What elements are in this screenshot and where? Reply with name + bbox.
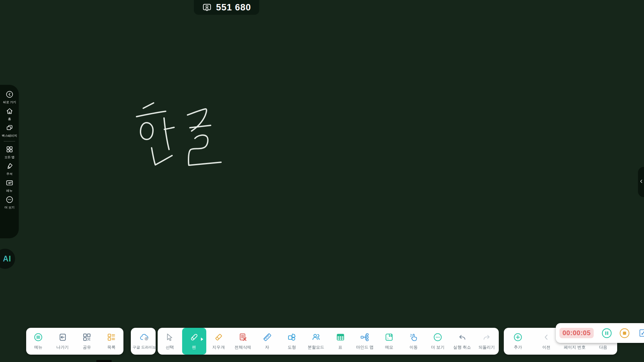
tool-label: 분할모드 <box>308 344 324 350</box>
sidebar-item-label: 더 보기 <box>4 205 14 209</box>
tool-label: 되돌리기 <box>478 344 495 350</box>
sidebar-item-menu-return[interactable]: 메뉴 <box>5 179 14 192</box>
sidebar-item-label: 모든 앱 <box>4 155 14 159</box>
sidebar-item-annotate[interactable]: 주석 <box>5 162 14 176</box>
pause-button[interactable] <box>601 327 612 339</box>
pen-icon <box>189 332 199 342</box>
backstage-icon <box>5 124 14 132</box>
annotate-icon <box>5 162 14 170</box>
tool-label: 나가기 <box>56 344 69 350</box>
sidebar-item-all-apps[interactable]: 모든 앱 <box>4 145 15 159</box>
select-cursor-icon <box>165 332 175 342</box>
sidebar-item-back-circle[interactable]: 뒤로 가기 <box>2 90 17 104</box>
timer-popup: 00:00:05 <box>556 323 644 343</box>
timer-display: 00:00:05 <box>559 328 594 338</box>
back-circle-icon <box>5 90 14 99</box>
more-circle-icon <box>5 195 14 204</box>
tool-label: 목록 <box>107 344 115 350</box>
eraser-icon <box>214 332 224 342</box>
tool-pen[interactable]: 펜 <box>182 328 207 355</box>
tool-label: 표 <box>338 344 342 350</box>
tool-label: 구글 드라이브 <box>132 345 157 350</box>
memo-icon <box>384 332 394 342</box>
pen-options-triangle-icon <box>201 338 203 341</box>
tool-label: 메뉴 <box>34 344 43 350</box>
tool-mindmap[interactable]: 마인드 맵 <box>353 328 377 355</box>
tool-select-cursor[interactable]: 선택 <box>158 328 182 355</box>
sidebar-item-more-circle[interactable]: 더 보기 <box>4 195 15 209</box>
fullscreen-button[interactable] <box>638 328 644 338</box>
tool-label: 다음 <box>599 344 607 350</box>
tool-label: 도형 <box>287 344 296 350</box>
bottom-edge-artifact <box>96 360 112 362</box>
stop-button[interactable] <box>619 327 630 339</box>
google-drive-cloud-icon <box>140 332 150 342</box>
chevron-left-icon <box>638 179 644 185</box>
shapes-icon <box>287 332 297 342</box>
tool-label: 전체삭제 <box>235 344 251 350</box>
table-icon <box>335 332 345 342</box>
sidebar-item-label: 백스테이지 <box>2 134 17 137</box>
menu-circle-icon <box>33 332 43 342</box>
mindmap-icon <box>360 332 370 342</box>
tool-eraser[interactable]: 지우개 <box>206 328 231 355</box>
toolbar-group-tools: 선택펜지우개전체삭제자도형분할모드표마인드 맵메모이동더 보기실행 취소되돌리기 <box>158 328 499 355</box>
tool-label: 마인드 맵 <box>356 344 374 350</box>
tool-more-circle[interactable]: 더 보기 <box>426 328 450 355</box>
session-code-badge[interactable]: 551 680 <box>194 0 259 15</box>
sidebar-divider <box>4 141 15 141</box>
tool-share-qr[interactable]: 공유 <box>75 328 99 355</box>
move-hand-icon <box>409 332 419 342</box>
tool-menu-circle[interactable]: 메뉴 <box>26 328 51 355</box>
tool-label: 추가 <box>514 344 522 350</box>
tool-shapes[interactable]: 도형 <box>279 328 304 355</box>
more-circle-icon <box>433 332 443 342</box>
tool-list[interactable]: 목록 <box>99 328 124 355</box>
tool-redo[interactable]: 되돌리기 <box>474 328 499 355</box>
redo-icon <box>482 332 492 342</box>
undo-icon <box>457 332 467 342</box>
whiteboard-canvas[interactable] <box>0 0 644 362</box>
toolbar-group-drive: 구글 드라이브 <box>131 328 156 355</box>
tool-label: 선택 <box>166 344 174 350</box>
menu-return-icon <box>5 179 14 187</box>
sidebar-item-label: 홈 <box>8 117 11 120</box>
tool-ruler[interactable]: 자 <box>255 328 280 355</box>
split-mode-icon <box>311 332 321 342</box>
tool-google-drive-cloud[interactable]: 구글 드라이브 <box>131 328 158 355</box>
tool-memo[interactable]: 메모 <box>377 328 401 355</box>
tool-undo[interactable]: 실행 취소 <box>450 328 475 355</box>
tool-label: 페이지 번호 <box>564 344 586 350</box>
tool-label: 더 보기 <box>431 344 444 350</box>
tool-table[interactable]: 표 <box>328 328 353 355</box>
fullscreen-icon <box>638 328 644 338</box>
left-sidebar: 뒤로 가기홈백스테이지모든 앱주석메뉴더 보기 <box>0 85 19 238</box>
ai-logo: AI <box>0 254 11 263</box>
toolbar-group-system: 메뉴나가기공유목록 <box>26 328 123 355</box>
tool-label: 지우개 <box>212 344 225 350</box>
right-edge-handle[interactable] <box>638 167 644 197</box>
list-icon <box>106 332 116 342</box>
tool-label: 메모 <box>385 344 393 350</box>
sidebar-item-label: 메뉴 <box>6 189 12 192</box>
pause-icon <box>601 327 612 339</box>
chevron-left-icon <box>541 332 551 342</box>
sidebar-item-label: 주석 <box>6 172 12 175</box>
sidebar-item-backstage[interactable]: 백스테이지 <box>1 124 18 137</box>
screen-share-icon <box>202 2 212 12</box>
share-qr-icon <box>82 332 92 342</box>
sidebar-item-label: 뒤로 가기 <box>3 100 16 104</box>
tool-clear-all[interactable]: 전체삭제 <box>231 328 255 355</box>
exit-icon <box>58 332 68 342</box>
stop-icon <box>619 327 630 339</box>
sidebar-item-home[interactable]: 홈 <box>5 107 14 121</box>
tool-exit[interactable]: 나가기 <box>51 328 75 355</box>
tool-label: 이동 <box>409 344 418 350</box>
tool-move-hand[interactable]: 이동 <box>401 328 426 355</box>
session-code: 551 680 <box>216 2 251 13</box>
tool-add-circle[interactable]: 추가 <box>504 328 532 355</box>
tool-label: 펜 <box>192 344 196 350</box>
tool-split-mode[interactable]: 분할모드 <box>304 328 328 355</box>
tool-label: 자 <box>265 344 269 350</box>
ruler-icon <box>262 332 272 342</box>
